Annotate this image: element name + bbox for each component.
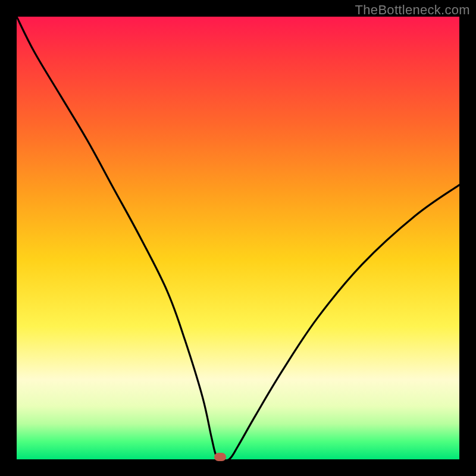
chart-frame: TheBottleneck.com xyxy=(0,0,476,476)
optimal-marker xyxy=(214,453,226,461)
plot-area xyxy=(17,17,459,459)
bottleneck-curve xyxy=(17,17,459,459)
watermark-text: TheBottleneck.com xyxy=(355,2,470,18)
